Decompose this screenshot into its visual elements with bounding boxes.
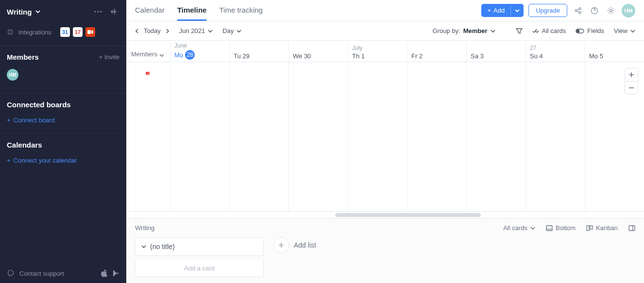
zoom-out-button[interactable] — [625, 81, 638, 94]
view-picker[interactable]: View — [614, 27, 635, 34]
settings-icon[interactable] — [605, 5, 617, 17]
svg-point-8 — [579, 12, 581, 14]
add-button[interactable]: +Add — [481, 4, 524, 17]
fields-toggle[interactable]: Fields — [576, 27, 604, 34]
timeline-scrollbar[interactable] — [126, 211, 644, 218]
main-area: Calendar Timeline Time tracking +Add Upg… — [126, 0, 644, 283]
day-label: Sa 3 — [471, 52, 522, 60]
tab-calendar[interactable]: Calendar — [135, 0, 165, 21]
sidebar: Writing Integrations 31 17 Members + Inv… — [0, 0, 126, 283]
timeline-cell[interactable] — [229, 62, 288, 211]
day-header[interactable]: JulyTh 1 — [348, 41, 407, 62]
share-icon[interactable] — [572, 5, 584, 17]
timeline-cell[interactable] — [170, 62, 229, 211]
next-period-button[interactable] — [166, 29, 169, 33]
timeline-cell[interactable] — [466, 62, 525, 211]
chevron-down-icon — [141, 244, 146, 249]
svg-point-10 — [610, 9, 612, 12]
apple-calendar-icon[interactable]: 17 — [73, 27, 83, 37]
month-label: June — [174, 42, 225, 49]
help-icon[interactable] — [589, 5, 600, 17]
bottom-position-label: Bottom — [556, 224, 576, 232]
timeline-cell[interactable] — [525, 62, 585, 211]
more-icon[interactable] — [92, 6, 104, 17]
svg-point-5 — [8, 270, 14, 276]
user-avatar[interactable]: HM — [622, 4, 635, 17]
timeline-cell[interactable] — [407, 62, 466, 211]
connect-board-link[interactable]: Connect board — [0, 114, 126, 127]
bottom-expand-icon[interactable] — [628, 225, 635, 231]
plus-icon: + — [487, 7, 491, 14]
add-list-button[interactable] — [273, 237, 289, 253]
day-header[interactable]: Fr 2 — [407, 41, 466, 62]
tab-timeline[interactable]: Timeline — [177, 0, 207, 21]
add-list-label: Add list — [294, 241, 316, 249]
add-button-caret[interactable] — [510, 5, 524, 16]
calendars-heading: Calendars — [7, 141, 42, 149]
filter-icon[interactable] — [516, 28, 523, 34]
workspace-name[interactable]: Writing — [7, 8, 32, 16]
board-name-label: Writing — [135, 224, 154, 232]
day-header[interactable]: 27Su 4 — [525, 41, 585, 62]
tab-time-tracking[interactable]: Time tracking — [219, 0, 262, 21]
group-by-value: Member — [463, 27, 488, 34]
members-column-label: Members — [131, 50, 157, 58]
connect-calendar-link[interactable]: Connect your calendar — [0, 154, 126, 167]
timeline-cell[interactable] — [288, 62, 348, 211]
day-label: Fr 2 — [411, 52, 462, 60]
day-header[interactable]: Sa 3 — [466, 41, 525, 62]
day-label: Tu 29 — [234, 52, 285, 60]
svg-point-2 — [101, 11, 102, 13]
svg-point-1 — [98, 11, 99, 13]
day-label: Mo 5 — [589, 52, 640, 60]
scale-picker[interactable]: Day — [222, 27, 241, 34]
view-label: View — [614, 27, 627, 34]
svg-point-7 — [579, 8, 581, 10]
month-label: Jun 2021 — [179, 27, 205, 34]
add-button-label: Add — [493, 7, 505, 14]
google-calendar-icon[interactable]: 31 — [60, 27, 70, 37]
google-play-icon[interactable] — [113, 269, 119, 277]
day-header[interactable]: Mo 5 — [585, 41, 644, 62]
prev-period-button[interactable] — [135, 29, 139, 33]
connected-boards-heading: Connected boards — [7, 100, 71, 109]
today-button[interactable]: Today — [144, 27, 161, 34]
svg-rect-4 — [91, 31, 93, 33]
bottom-panel: Writing All cards Bottom Kanban (no titl… — [126, 218, 644, 283]
timeline-grid: Members JuneMo 28 Tu 29 We 30JulyTh 1 Fr… — [126, 41, 644, 218]
timeline-cell[interactable] — [348, 62, 407, 211]
invite-button[interactable]: + Invite — [99, 53, 119, 61]
group-by-picker[interactable]: Member — [463, 27, 495, 34]
list-header[interactable]: (no title) — [135, 237, 264, 256]
day-label: Th 1 — [352, 52, 403, 60]
apple-icon[interactable] — [101, 269, 108, 277]
svg-rect-16 — [629, 226, 635, 231]
add-card-placeholder[interactable]: Add a card — [135, 260, 264, 277]
bottom-position-toggle[interactable]: Bottom — [546, 224, 576, 232]
week-label: 27 — [530, 45, 581, 51]
outlook-icon[interactable] — [85, 27, 95, 37]
scale-label: Day — [222, 27, 234, 34]
bottom-all-cards[interactable]: All cards — [503, 224, 535, 232]
list-title: (no title) — [150, 243, 175, 250]
bottom-kanban-toggle[interactable]: Kanban — [586, 224, 618, 232]
collapse-sidebar-icon[interactable] — [108, 6, 119, 17]
day-header[interactable]: We 30 — [288, 41, 348, 62]
month-label: July — [352, 45, 403, 51]
flag-icon[interactable] — [144, 71, 152, 80]
integrations-label[interactable]: Integrations — [18, 29, 51, 36]
bottom-all-cards-label: All cards — [503, 224, 527, 232]
upgrade-button[interactable]: Upgrade — [528, 4, 567, 17]
zoom-in-button[interactable] — [625, 68, 638, 81]
group-by-label: Group by: — [433, 27, 460, 34]
day-header[interactable]: Tu 29 — [229, 41, 288, 62]
members-column-header[interactable]: Members — [126, 41, 170, 62]
all-cards-label: All cards — [542, 27, 566, 34]
day-header[interactable]: JuneMo 28 — [170, 41, 229, 62]
month-picker[interactable]: Jun 2021 — [179, 27, 213, 34]
contact-support-link[interactable]: Contact support — [19, 270, 64, 277]
chevron-down-icon[interactable] — [35, 9, 40, 14]
integrations-icon — [7, 29, 14, 35]
all-cards-toggle[interactable]: All cards — [532, 27, 566, 34]
member-avatar[interactable]: HM — [7, 69, 18, 81]
